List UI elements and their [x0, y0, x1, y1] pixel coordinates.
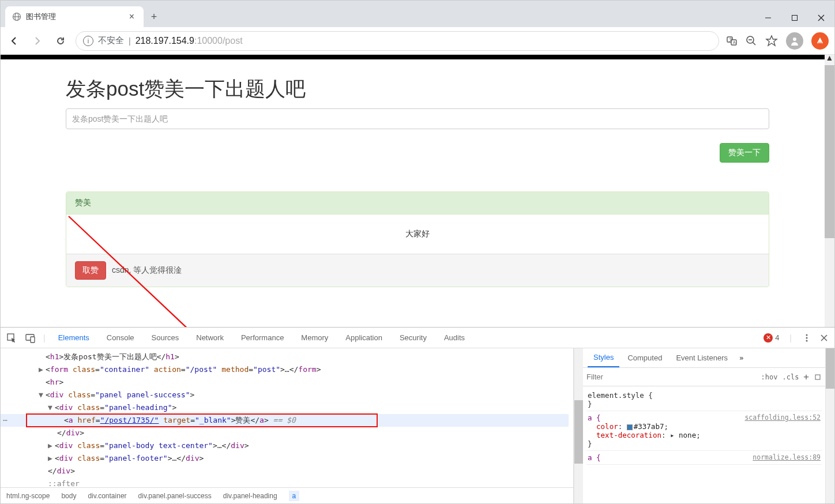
submit-button[interactable]: 赞美一下 — [720, 143, 769, 163]
dom-panel: <h1>发条post赞美一下出题人吧</h1> ▶<form class="co… — [1, 348, 574, 503]
tab-computed[interactable]: Computed — [622, 348, 668, 367]
plus-icon: + — [151, 11, 157, 23]
navbar-black — [1, 55, 834, 59]
hov-toggle[interactable]: :hov — [761, 373, 778, 381]
globe-icon — [12, 12, 21, 21]
panel-footer: 取赞 csdn, 等人觉得很淦 — [66, 254, 769, 287]
minimize-button[interactable] — [755, 9, 781, 27]
svg-text:A: A — [733, 40, 736, 44]
tab-elements[interactable]: Elements — [54, 328, 94, 348]
tab-title: 图书管理 — [26, 12, 122, 22]
info-icon: i — [83, 36, 93, 46]
devtools-tabs: | Elements Console Sources Network Perfo… — [1, 328, 834, 348]
styles-filter-input[interactable] — [586, 373, 757, 381]
unlike-button[interactable]: 取赞 — [75, 261, 106, 280]
more-tabs-icon[interactable]: » — [736, 353, 747, 362]
dom-tree[interactable]: <h1>发条post赞美一下出题人吧</h1> ▶<form class="co… — [1, 348, 573, 487]
url-text: 218.197.154.9:10000/post — [136, 36, 243, 46]
page-title: 发条post赞美一下出题人吧 — [66, 76, 769, 103]
devtools: | Elements Console Sources Network Perfo… — [1, 327, 834, 503]
styles-scrollbar[interactable] — [825, 348, 834, 503]
titlebar: 图书管理 × + — [1, 1, 834, 27]
tab-memory[interactable]: Memory — [296, 328, 333, 348]
close-window-button[interactable] — [808, 9, 834, 27]
tab-security[interactable]: Security — [395, 328, 431, 348]
close-devtools-icon[interactable] — [819, 333, 829, 343]
cls-toggle[interactable]: .cls — [782, 373, 799, 381]
maximize-button[interactable] — [781, 9, 808, 27]
new-tab-button[interactable]: + — [144, 6, 164, 27]
styles-rules[interactable]: element.style {} scaffolding.less:52 a {… — [583, 386, 825, 503]
devtools-body: <h1>发条post赞美一下出题人吧</h1> ▶<form class="co… — [1, 348, 834, 503]
tab-strip: 图书管理 × + — [1, 1, 755, 27]
dom-scrollbar[interactable] — [574, 348, 583, 503]
bookmark-icon[interactable] — [765, 35, 778, 47]
svg-rect-18 — [31, 337, 35, 343]
svg-point-14 — [793, 37, 796, 41]
annotation-box — [26, 413, 378, 427]
svg-point-21 — [806, 340, 808, 341]
translate-icon[interactable]: 文A — [726, 35, 738, 47]
styles-panel: Styles Computed Event Listeners » :hov .… — [583, 348, 825, 503]
extension-icon[interactable] — [811, 32, 829, 50]
svg-rect-24 — [815, 375, 820, 379]
footer-text: csdn, 等人觉得很淦 — [112, 265, 182, 276]
svg-point-19 — [806, 334, 808, 336]
browser-tab[interactable]: 图书管理 × — [5, 6, 144, 27]
add-rule-icon[interactable]: + — [803, 371, 809, 382]
panel-heading: 赞美 — [66, 192, 769, 215]
breadcrumb[interactable]: html.ng-scope body div.container div.pan… — [1, 487, 573, 503]
filter-row: :hov .cls + — [583, 368, 825, 386]
tab-console[interactable]: Console — [102, 328, 139, 348]
close-icon[interactable]: × — [127, 12, 137, 22]
back-button[interactable] — [6, 33, 22, 49]
svg-text:文: 文 — [729, 37, 733, 42]
post-input[interactable] — [66, 108, 769, 129]
svg-point-20 — [806, 337, 808, 338]
browser-window: 图书管理 × + i 不安全 | 218.197.154.9:10000/pos… — [0, 0, 835, 504]
pin-icon[interactable] — [814, 373, 822, 381]
tab-audits[interactable]: Audits — [439, 328, 469, 348]
panel-heading-link[interactable]: 赞美 — [75, 198, 91, 207]
inspect-icon[interactable] — [6, 333, 17, 343]
tab-network[interactable]: Network — [191, 328, 228, 348]
vertical-scrollbar[interactable]: ▲ — [825, 55, 834, 327]
device-mode-icon[interactable] — [25, 333, 35, 343]
tab-listeners[interactable]: Event Listeners — [670, 348, 734, 367]
url-field[interactable]: i 不安全 | 218.197.154.9:10000/post — [76, 31, 719, 51]
window-controls — [755, 6, 834, 27]
tab-styles[interactable]: Styles — [588, 348, 619, 367]
viewport: 发条post赞美一下出题人吧 赞美一下 赞美 大家好 取赞 csdn, 等人觉得… — [1, 55, 834, 327]
post-panel: 赞美 大家好 取赞 csdn, 等人觉得很淦 — [66, 191, 769, 287]
errors-badge[interactable]: ✕4 — [763, 333, 779, 343]
tab-performance[interactable]: Performance — [236, 328, 288, 348]
svg-line-13 — [753, 42, 756, 45]
insecure-label: 不安全 — [98, 35, 124, 46]
styles-tabs: Styles Computed Event Listeners » — [583, 348, 825, 368]
zoom-out-icon[interactable] — [746, 35, 757, 47]
tab-application[interactable]: Application — [341, 328, 387, 348]
tab-sources[interactable]: Sources — [147, 328, 184, 348]
svg-rect-4 — [792, 16, 798, 21]
forward-button[interactable] — [29, 33, 46, 49]
urlbar: i 不安全 | 218.197.154.9:10000/post 文A — [1, 27, 834, 55]
panel-body: 大家好 — [66, 215, 769, 254]
kebab-icon[interactable] — [802, 333, 811, 343]
profile-icon[interactable] — [786, 32, 803, 50]
reload-button[interactable] — [52, 33, 69, 49]
